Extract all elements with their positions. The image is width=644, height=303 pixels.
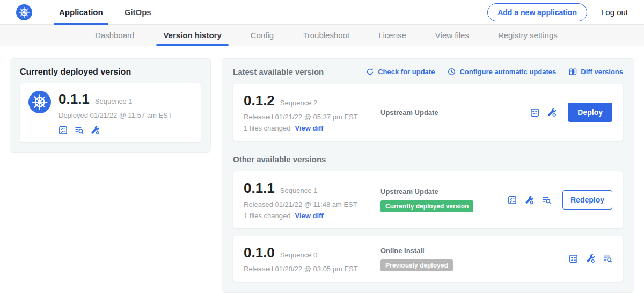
deployed-version-card: 0.1.1 Sequence 1 Deployed 01/21/22 @ 11:… xyxy=(20,83,201,142)
top-tabs: Application GitOps xyxy=(48,0,162,25)
check-for-update-label: Check for update xyxy=(378,68,435,76)
source-label: Upstream Update xyxy=(380,109,530,117)
release-notes-icon[interactable] xyxy=(530,108,539,117)
status-badge-previously-deployed: Previously deployed xyxy=(380,259,453,271)
version-info: 0.1.0 Sequence 0 Released 01/20/22 @ 03:… xyxy=(244,244,380,273)
files-changed-line: 1 files changed View diff xyxy=(244,124,380,132)
tab-gitops-label: GitOps xyxy=(125,8,151,17)
version-line: 0.1.1 Sequence 1 xyxy=(244,180,380,197)
version-info: 0.1.2 Sequence 2 Released 01/21/22 @ 05:… xyxy=(244,92,380,132)
version-row-0-1-1: 0.1.1 Sequence 1 Released 01/21/22 @ 11:… xyxy=(233,171,623,228)
top-header: Application GitOps Add a new application… xyxy=(0,0,644,25)
sequence-label: Sequence 1 xyxy=(280,186,317,194)
files-changed-label: 1 files changed xyxy=(244,212,290,220)
release-notes-icon[interactable] xyxy=(58,126,68,135)
deployed-card-title: Currently deployed version xyxy=(20,67,201,77)
released-timestamp: Released 01/20/22 @ 03:05 pm EST xyxy=(244,265,380,273)
sequence-label: Sequence 0 xyxy=(280,251,317,259)
configure-automatic-updates-link[interactable]: Configure automatic updates xyxy=(448,68,556,76)
tab-application[interactable]: Application xyxy=(48,0,114,25)
config-wrench-icon[interactable] xyxy=(547,108,557,117)
files-changed-label: 1 files changed xyxy=(244,124,290,132)
deployed-icon-row xyxy=(58,126,172,135)
tab-gitops[interactable]: GitOps xyxy=(114,0,162,25)
deployed-version-line: 0.1.1 Sequence 1 xyxy=(58,91,172,107)
config-wrench-icon[interactable] xyxy=(586,254,595,263)
version-number: 0.1.2 xyxy=(244,92,275,109)
version-actions: Check for update Configure automatic upd… xyxy=(366,68,623,76)
deployed-version-info: 0.1.1 Sequence 1 Deployed 01/21/22 @ 11:… xyxy=(58,91,172,135)
view-diff-icon[interactable] xyxy=(603,254,612,263)
version-number: 0.1.1 xyxy=(244,180,275,197)
released-timestamp: Released 01/21/22 @ 11:48 am EST xyxy=(244,200,380,208)
view-diff-link[interactable]: View diff xyxy=(295,212,323,220)
kubernetes-logo-icon xyxy=(28,91,51,113)
version-source: Upstream Update xyxy=(380,109,530,117)
main-content: Currently deployed version 0.1.1 Sequenc… xyxy=(0,46,644,303)
check-for-update-link[interactable]: Check for update xyxy=(366,68,435,76)
deployed-version-number: 0.1.1 xyxy=(58,91,90,107)
subnav-registry-settings[interactable]: Registry settings xyxy=(484,25,572,46)
version-row-0-1-2: 0.1.2 Sequence 2 Released 01/21/22 @ 05:… xyxy=(233,84,623,141)
app-subnav: Dashboard Version history Config Trouble… xyxy=(0,25,644,46)
source-label: Upstream Update xyxy=(380,187,508,196)
source-label: Online Install xyxy=(380,247,569,255)
version-line: 0.1.0 Sequence 0 xyxy=(244,244,380,261)
kubernetes-logo-icon xyxy=(16,4,32,20)
refresh-icon xyxy=(366,68,374,76)
version-history-card: Latest available version Check for updat… xyxy=(222,58,634,293)
logout-link[interactable]: Log out xyxy=(601,8,628,17)
subnav-config[interactable]: Config xyxy=(236,25,288,46)
version-actions xyxy=(569,254,612,263)
status-badge-currently-deployed: Currently deployed version xyxy=(380,200,473,212)
deploy-button[interactable]: Deploy xyxy=(568,103,612,122)
files-changed-line: 1 files changed View diff xyxy=(244,212,380,220)
subnav-license[interactable]: License xyxy=(364,25,421,46)
add-application-button[interactable]: Add a new application xyxy=(487,3,587,21)
view-diff-icon[interactable] xyxy=(542,196,551,205)
diff-versions-link[interactable]: Diff versions xyxy=(569,68,623,76)
diff-columns-icon xyxy=(569,68,577,76)
released-timestamp: Released 01/21/22 @ 05:37 pm EST xyxy=(244,113,380,121)
deployed-timestamp: Deployed 01/21/22 @ 11:57 am EST xyxy=(58,111,172,119)
subnav-version-history[interactable]: Version history xyxy=(149,25,236,46)
subnav-view-files[interactable]: View files xyxy=(421,25,484,46)
version-info: 0.1.1 Sequence 1 Released 01/21/22 @ 11:… xyxy=(244,180,380,220)
tab-application-label: Application xyxy=(59,8,103,17)
top-header-right: Add a new application Log out xyxy=(487,0,628,24)
versions-card-header: Latest available version Check for updat… xyxy=(233,67,623,76)
deployed-sequence-label: Sequence 1 xyxy=(95,97,132,105)
subnav-troubleshoot[interactable]: Troubleshoot xyxy=(288,25,364,46)
clock-icon xyxy=(448,68,456,76)
view-diff-link[interactable]: View diff xyxy=(295,124,323,132)
release-notes-icon[interactable] xyxy=(508,196,517,205)
latest-version-title: Latest available version xyxy=(233,67,324,76)
sequence-label: Sequence 2 xyxy=(280,99,317,107)
configure-automatic-updates-label: Configure automatic updates xyxy=(459,68,556,76)
version-line: 0.1.2 Sequence 2 xyxy=(244,92,380,109)
diff-versions-label: Diff versions xyxy=(581,68,623,76)
view-diff-icon[interactable] xyxy=(75,126,84,135)
version-source: Upstream Update Currently deployed versi… xyxy=(380,187,508,212)
version-row-0-1-0: 0.1.0 Sequence 0 Released 01/20/22 @ 03:… xyxy=(233,236,623,282)
version-source: Online Install Previously deployed xyxy=(380,247,569,271)
config-wrench-icon[interactable] xyxy=(525,196,534,205)
redeploy-button[interactable]: Redeploy xyxy=(562,190,612,210)
currently-deployed-card: Currently deployed version 0.1.1 Sequenc… xyxy=(10,58,211,153)
other-versions-title: Other available versions xyxy=(233,155,623,164)
app-root: Application GitOps Add a new application… xyxy=(0,0,644,303)
version-actions: Deploy xyxy=(530,103,612,122)
version-actions: Redeploy xyxy=(508,190,612,210)
version-number: 0.1.0 xyxy=(244,244,275,261)
top-header-left: Application GitOps xyxy=(16,0,162,24)
config-wrench-icon[interactable] xyxy=(91,126,100,135)
subnav-dashboard[interactable]: Dashboard xyxy=(80,25,149,46)
release-notes-icon[interactable] xyxy=(569,254,578,263)
